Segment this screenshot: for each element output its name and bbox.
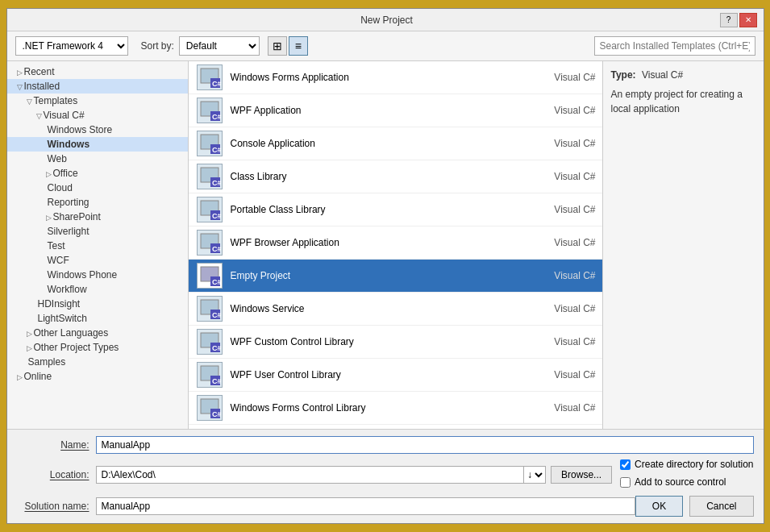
project-name: Class Library <box>231 171 531 182</box>
sidebar-item-hdinsight[interactable]: HDInsight <box>7 297 188 311</box>
project-icon: C# <box>195 64 224 90</box>
project-icon: C# <box>195 296 224 322</box>
svg-text:C#: C# <box>212 245 222 253</box>
project-icon: C# <box>195 98 224 123</box>
svg-text:C#: C# <box>212 146 222 154</box>
sidebar-item-sharepoint[interactable]: ▷SharePoint <box>7 210 188 224</box>
sidebar-item-online[interactable]: ▷Online <box>7 369 188 384</box>
project-item[interactable]: C#Empty ProjectVisual C# <box>189 260 602 293</box>
svg-text:C#: C# <box>212 377 222 385</box>
title-bar-buttons: ? ✕ <box>720 13 757 27</box>
project-icon: C# <box>195 362 224 388</box>
project-item[interactable]: C#Windows ServiceVisual C# <box>189 293 602 326</box>
project-item[interactable]: C#WPF ApplicationVisual C# <box>189 94 602 127</box>
sidebar-item-lightswitch[interactable]: LightSwitch <box>7 311 188 326</box>
cancel-button[interactable]: Cancel <box>689 496 753 517</box>
sidebar-item-templates[interactable]: ▽Templates <box>7 94 188 108</box>
type-label: Type: Visual C# <box>611 69 755 81</box>
project-lang: Visual C# <box>531 204 596 215</box>
sidebar-item-cloud[interactable]: Cloud <box>7 181 188 195</box>
project-item[interactable]: C#WPF Custom Control LibraryVisual C# <box>189 326 602 359</box>
project-item[interactable]: C#Portable Class LibraryVisual C# <box>189 193 602 227</box>
svg-text:C#: C# <box>212 344 222 352</box>
svg-text:C#: C# <box>212 410 222 418</box>
sidebar-item-silverlight[interactable]: Silverlight <box>7 224 188 239</box>
create-dir-label: Create directory for solution <box>635 459 753 470</box>
project-lang: Visual C# <box>531 402 596 414</box>
solution-name-input[interactable] <box>96 497 635 515</box>
project-name: Windows Forms Application <box>231 72 531 83</box>
grid-view-button[interactable]: ⊞ <box>268 36 287 56</box>
project-icon: C# <box>195 131 224 156</box>
create-dir-checkbox[interactable] <box>620 459 631 470</box>
svg-text:C#: C# <box>212 113 222 121</box>
sidebar-item-other-languages[interactable]: ▷Other Languages <box>7 326 188 340</box>
project-name: Console Application <box>231 138 531 149</box>
sidebar-item-windows[interactable]: Windows <box>7 137 188 152</box>
project-item[interactable]: C#Class LibraryVisual C# <box>189 160 602 193</box>
project-name: WPF Application <box>231 105 531 116</box>
search-input[interactable] <box>594 36 755 56</box>
top-bar: .NET Framework 4 Sort by: Default ⊞ ≡ <box>7 31 764 61</box>
sidebar-item-test[interactable]: Test <box>7 239 188 253</box>
name-label: Name: <box>17 439 89 451</box>
dialog-title: New Project <box>54 15 720 26</box>
svg-text:C#: C# <box>212 311 222 319</box>
new-project-dialog: New Project ? ✕ .NET Framework 4 Sort by… <box>6 8 764 524</box>
project-icon: C# <box>195 263 224 289</box>
location-dropdown[interactable]: ↓ <box>523 466 546 484</box>
close-button[interactable]: ✕ <box>739 13 757 27</box>
project-name: Windows Service <box>231 303 531 314</box>
add-source-checkbox[interactable] <box>620 477 631 488</box>
sidebar-item-installed[interactable]: ▽Installed <box>7 79 188 94</box>
sidebar-item-reporting[interactable]: Reporting <box>7 195 188 210</box>
add-source-label: Add to source control <box>635 476 726 488</box>
project-item[interactable]: C#WPF Browser ApplicationVisual C# <box>189 227 602 260</box>
solution-row: Solution name: <box>17 497 635 515</box>
sidebar-item-windows-phone[interactable]: Windows Phone <box>7 268 188 282</box>
sidebar-item-other-project-types[interactable]: ▷Other Project Types <box>7 340 188 355</box>
browse-button[interactable]: Browse... <box>551 466 612 484</box>
project-item[interactable]: C#Console ApplicationVisual C# <box>189 127 602 160</box>
project-icon: C# <box>195 164 224 189</box>
name-row: Name: <box>17 436 754 454</box>
project-name: Windows Forms Control Library <box>231 402 531 414</box>
project-lang: Visual C# <box>531 336 596 347</box>
project-lang: Visual C# <box>531 171 596 182</box>
sortby-label: Sort by: <box>141 40 174 52</box>
sidebar-item-workflow[interactable]: Workflow <box>7 282 188 297</box>
solution-and-buttons-row: Solution name: OK Cancel <box>17 496 754 517</box>
project-item[interactable]: C#Windows Forms Control LibraryVisual C# <box>189 392 602 425</box>
main-content: ▷Recent ▽Installed ▽Templates ▽Visual C#… <box>7 61 764 429</box>
project-lang: Visual C# <box>531 237 596 248</box>
name-input[interactable] <box>96 436 754 454</box>
sidebar-item-office[interactable]: ▷Office <box>7 166 188 181</box>
location-input[interactable] <box>96 466 525 484</box>
list-view-button[interactable]: ≡ <box>289 36 308 56</box>
help-button[interactable]: ? <box>720 13 738 27</box>
project-item[interactable]: C#WPF User Control LibraryVisual C# <box>189 359 602 392</box>
project-name: Empty Project <box>231 270 531 281</box>
bottom-buttons: OK Cancel <box>635 496 754 517</box>
project-item[interactable]: C#Windows Forms ApplicationVisual C# <box>189 61 602 94</box>
title-bar: New Project ? ✕ <box>7 9 764 31</box>
framework-select[interactable]: .NET Framework 4 <box>15 36 128 56</box>
project-name: WPF Browser Application <box>231 237 531 248</box>
svg-text:C#: C# <box>212 80 222 88</box>
sidebar-item-web[interactable]: Web <box>7 152 188 166</box>
sidebar-item-visual-csharp[interactable]: ▽Visual C# <box>7 108 188 123</box>
project-lang: Visual C# <box>531 105 596 116</box>
sidebar-item-samples[interactable]: Samples <box>7 355 188 369</box>
type-description: An empty project for creating a local ap… <box>611 87 755 116</box>
sidebar-item-windows-store[interactable]: Windows Store <box>7 123 188 137</box>
sidebar-item-recent[interactable]: ▷Recent <box>7 64 188 79</box>
create-dir-row: Create directory for solution <box>620 459 753 470</box>
center-panel: C#Windows Forms ApplicationVisual C#C#WP… <box>189 61 602 429</box>
sidebar-item-wcf[interactable]: WCF <box>7 253 188 268</box>
project-name: Portable Class Library <box>231 204 531 215</box>
ok-button[interactable]: OK <box>635 496 683 517</box>
project-lang: Visual C# <box>531 270 596 281</box>
project-lang: Visual C# <box>531 138 596 149</box>
sort-select[interactable]: Default <box>179 36 260 56</box>
svg-text:C#: C# <box>212 179 222 187</box>
